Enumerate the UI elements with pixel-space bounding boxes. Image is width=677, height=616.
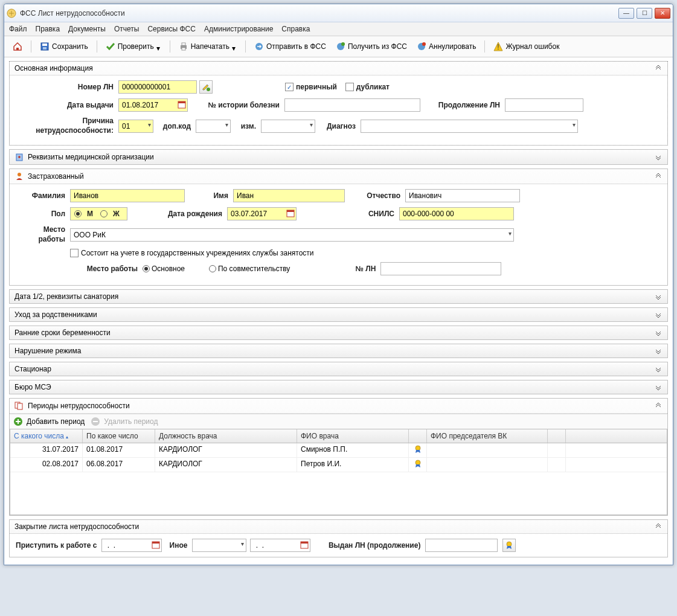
ln-num-input[interactable] bbox=[380, 262, 501, 275]
col-badge2[interactable] bbox=[548, 429, 566, 443]
history-number-label: № истории болезни bbox=[188, 101, 284, 109]
col-end[interactable] bbox=[566, 429, 667, 443]
gender-female-radio[interactable] bbox=[100, 210, 107, 217]
menu-edit[interactable]: Правка bbox=[36, 25, 60, 33]
workplace-secondary-label: По совместительству bbox=[218, 265, 290, 273]
col-from[interactable]: С какого числа ▴ bbox=[10, 429, 83, 443]
col-post[interactable]: Должность врача bbox=[155, 429, 297, 443]
window-title: ФСС Лист нетрудоспособности bbox=[20, 9, 616, 18]
history-number-input[interactable] bbox=[284, 98, 420, 112]
send-button[interactable]: Отправить в ФСС bbox=[251, 40, 330, 53]
section-header-insured[interactable]: Застрахованный bbox=[10, 169, 667, 184]
calendar-icon[interactable] bbox=[152, 541, 160, 549]
section-header-relatives[interactable]: Уход за родственниками bbox=[10, 308, 667, 321]
section-title: Дата 1/2, реквизиты санатория bbox=[14, 292, 118, 301]
remove-period-button[interactable]: Удалить период bbox=[91, 417, 158, 426]
name-input[interactable] bbox=[233, 189, 345, 202]
svg-rect-16 bbox=[178, 101, 185, 103]
surname-input[interactable] bbox=[70, 189, 185, 202]
ln-number-input[interactable] bbox=[118, 80, 197, 94]
add-period-button[interactable]: Добавить период bbox=[13, 417, 85, 426]
print-button[interactable]: Напечатать ▾ bbox=[175, 40, 240, 53]
col-badge1[interactable] bbox=[409, 429, 427, 443]
unemployed-checkbox[interactable] bbox=[70, 249, 79, 257]
collapse-icon bbox=[654, 64, 663, 72]
close-button[interactable]: ✕ bbox=[655, 8, 670, 19]
table-row[interactable]: 31.07.201701.08.2017КАРДИОЛОГСмирнов П.П… bbox=[10, 443, 667, 458]
cell-doctor: Петров И.И. bbox=[297, 458, 409, 472]
col-doctor[interactable]: ФИО врача bbox=[297, 429, 409, 443]
expand-icon bbox=[654, 292, 663, 301]
svg-rect-28 bbox=[152, 542, 159, 544]
section-title: Реквизиты медицинской организации bbox=[28, 153, 154, 161]
section-relatives: Уход за родственниками bbox=[9, 307, 668, 322]
toolbar: Сохранить Проверить ▾ Напечатать ▾ Отпра… bbox=[4, 36, 673, 57]
menu-documents[interactable]: Документы bbox=[68, 25, 106, 33]
continuation-input[interactable] bbox=[505, 98, 583, 112]
gender-male-radio[interactable] bbox=[74, 210, 82, 217]
workplace-secondary-radio[interactable] bbox=[209, 265, 216, 272]
section-mse: Бюро МСЭ bbox=[9, 380, 668, 394]
cell-cert2[interactable] bbox=[548, 443, 566, 457]
save-label: Сохранить bbox=[52, 42, 88, 51]
primary-checkbox[interactable]: ✓ bbox=[285, 83, 294, 91]
errors-button[interactable]: ! Журнал ошибок bbox=[490, 40, 563, 53]
calendar-icon[interactable] bbox=[286, 209, 295, 217]
cell-cert-icon[interactable] bbox=[409, 443, 427, 457]
content-area: Основная информация Номер ЛН ✓ первичный… bbox=[4, 57, 673, 565]
diagnosis-select[interactable] bbox=[361, 120, 578, 133]
col-chair[interactable]: ФИО председателя ВК bbox=[427, 429, 548, 443]
collapse-icon bbox=[654, 522, 663, 531]
calendar-icon[interactable] bbox=[178, 100, 186, 109]
receive-button[interactable]: Получить из ФСС bbox=[332, 40, 411, 53]
menu-help[interactable]: Справка bbox=[281, 25, 310, 33]
section-header-sanatorium[interactable]: Дата 1/2, реквизиты санатория bbox=[10, 290, 667, 303]
menu-admin[interactable]: Администрирование bbox=[204, 25, 273, 33]
cell-cert2[interactable] bbox=[548, 458, 566, 472]
print-icon bbox=[179, 42, 188, 51]
col-to[interactable]: По какое число bbox=[83, 429, 155, 443]
section-header-main[interactable]: Основная информация bbox=[10, 62, 667, 75]
reason-select[interactable] bbox=[118, 120, 153, 133]
change-select[interactable] bbox=[261, 120, 315, 133]
section-header-closing[interactable]: Закрытие листа нетрудоспособности bbox=[10, 520, 667, 534]
menu-file[interactable]: Файл bbox=[9, 25, 27, 33]
section-header-violation[interactable]: Нарушение режима bbox=[10, 344, 667, 358]
maximize-button[interactable]: ☐ bbox=[637, 8, 652, 19]
table-row[interactable]: 02.08.201706.08.2017КАРДИОЛОГПетров И.И. bbox=[10, 458, 667, 472]
snils-input[interactable] bbox=[399, 207, 514, 220]
check-button[interactable]: Проверить ▾ bbox=[102, 40, 165, 53]
calendar-icon[interactable] bbox=[300, 541, 309, 549]
save-button[interactable]: Сохранить bbox=[36, 40, 92, 53]
other-select[interactable] bbox=[192, 539, 246, 552]
workplace-select[interactable] bbox=[70, 228, 514, 242]
cell-doctor: Смирнов П.П. bbox=[297, 443, 409, 457]
addcode-select[interactable] bbox=[196, 120, 231, 133]
section-header-med-org[interactable]: Реквизиты медицинской организации bbox=[10, 150, 667, 164]
section-header-periods[interactable]: Периоды нетрудоспособности bbox=[10, 399, 667, 414]
section-stationary: Стационар bbox=[9, 362, 668, 376]
menu-reports[interactable]: Отчеты bbox=[114, 25, 139, 33]
expand-icon bbox=[654, 329, 663, 337]
menu-fss[interactable]: Сервисы ФСС bbox=[147, 25, 196, 33]
section-header-mse[interactable]: Бюро МСЭ bbox=[10, 380, 667, 394]
annul-button[interactable]: Аннулировать bbox=[413, 40, 480, 53]
certificate-button[interactable] bbox=[502, 539, 516, 552]
issued-ln-input[interactable] bbox=[425, 539, 498, 552]
home-button[interactable] bbox=[9, 40, 26, 53]
section-header-pregnancy[interactable]: Ранние сроки беременности bbox=[10, 326, 667, 339]
edit-ln-number-button[interactable] bbox=[199, 80, 213, 94]
person-icon bbox=[14, 172, 24, 181]
minimize-button[interactable]: — bbox=[618, 8, 634, 19]
section-header-stationary[interactable]: Стационар bbox=[10, 362, 667, 376]
ln-number-label: Номер ЛН bbox=[16, 83, 118, 91]
duplicate-checkbox[interactable] bbox=[345, 83, 354, 91]
send-icon bbox=[254, 42, 264, 51]
cell-cert-icon[interactable] bbox=[409, 458, 427, 472]
section-title: Периоды нетрудоспособности bbox=[28, 402, 130, 410]
save-icon bbox=[40, 42, 50, 51]
receive-label: Получить из ФСС bbox=[348, 42, 407, 51]
patronym-label: Отчество bbox=[345, 191, 405, 200]
patronym-input[interactable] bbox=[405, 189, 520, 202]
workplace-main-radio[interactable] bbox=[143, 265, 150, 272]
